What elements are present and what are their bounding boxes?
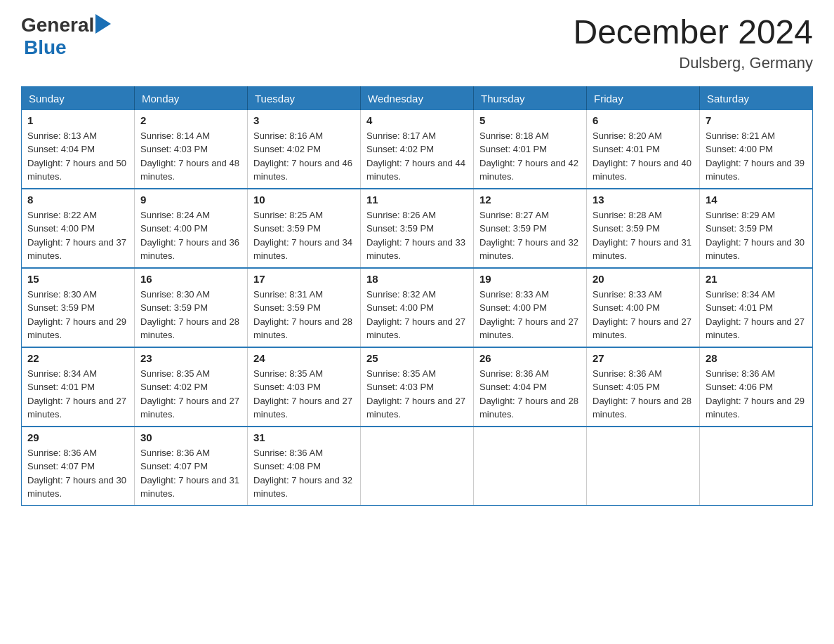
sunrise-label: Sunrise: 8:34 AM xyxy=(706,289,775,300)
sunset-label: Sunset: 4:05 PM xyxy=(593,382,660,392)
day-number: 8 xyxy=(27,194,128,206)
sunset-label: Sunset: 3:59 PM xyxy=(253,223,321,234)
day-info: Sunrise: 8:24 AM Sunset: 4:00 PM Dayligh… xyxy=(140,208,241,263)
table-row: 10 Sunrise: 8:25 AM Sunset: 3:59 PM Dayl… xyxy=(248,189,361,268)
daylight-label: Daylight: 7 hours and 48 minutes. xyxy=(140,158,239,182)
sunrise-label: Sunrise: 8:18 AM xyxy=(479,130,549,141)
header-friday: Friday xyxy=(587,86,700,110)
table-row: 21 Sunrise: 8:34 AM Sunset: 4:01 PM Dayl… xyxy=(700,268,813,347)
day-info: Sunrise: 8:25 AM Sunset: 3:59 PM Dayligh… xyxy=(253,208,355,263)
table-row: 3 Sunrise: 8:16 AM Sunset: 4:02 PM Dayli… xyxy=(248,110,361,189)
sunrise-label: Sunrise: 8:24 AM xyxy=(140,210,210,220)
table-row: 16 Sunrise: 8:30 AM Sunset: 3:59 PM Dayl… xyxy=(135,268,248,347)
sunset-label: Sunset: 3:59 PM xyxy=(479,223,547,234)
table-row: 6 Sunrise: 8:20 AM Sunset: 4:01 PM Dayli… xyxy=(587,110,700,189)
table-row: 27 Sunrise: 8:36 AM Sunset: 4:05 PM Dayl… xyxy=(587,347,700,427)
day-info: Sunrise: 8:30 AM Sunset: 3:59 PM Dayligh… xyxy=(27,288,128,342)
daylight-label: Daylight: 7 hours and 28 minutes. xyxy=(140,316,239,341)
table-row: 12 Sunrise: 8:27 AM Sunset: 3:59 PM Dayl… xyxy=(474,189,587,268)
day-info: Sunrise: 8:27 AM Sunset: 3:59 PM Dayligh… xyxy=(479,208,581,263)
sunrise-label: Sunrise: 8:20 AM xyxy=(593,130,662,141)
sunset-label: Sunset: 4:02 PM xyxy=(253,144,321,154)
day-info: Sunrise: 8:34 AM Sunset: 4:01 PM Dayligh… xyxy=(27,367,128,422)
table-row: 1 Sunrise: 8:13 AM Sunset: 4:04 PM Dayli… xyxy=(22,110,135,189)
calendar-week-row: 22 Sunrise: 8:34 AM Sunset: 4:01 PM Dayl… xyxy=(22,347,813,427)
day-number: 7 xyxy=(706,114,807,126)
svg-marker-0 xyxy=(95,14,111,34)
sunset-label: Sunset: 4:03 PM xyxy=(140,144,208,154)
table-row: 19 Sunrise: 8:33 AM Sunset: 4:00 PM Dayl… xyxy=(474,268,587,347)
daylight-label: Daylight: 7 hours and 44 minutes. xyxy=(366,158,465,182)
day-number: 14 xyxy=(706,194,807,206)
daylight-label: Daylight: 7 hours and 50 minutes. xyxy=(27,158,126,182)
daylight-label: Daylight: 7 hours and 40 minutes. xyxy=(593,158,691,182)
day-number: 21 xyxy=(706,273,807,285)
daylight-label: Daylight: 7 hours and 27 minutes. xyxy=(27,396,126,420)
header: General Blue December 2024 Dulsberg, Ger… xyxy=(21,14,813,72)
sunset-label: Sunset: 4:03 PM xyxy=(366,382,434,392)
calendar-week-row: 1 Sunrise: 8:13 AM Sunset: 4:04 PM Dayli… xyxy=(22,110,813,189)
sunset-label: Sunset: 4:06 PM xyxy=(706,382,773,392)
table-row: 17 Sunrise: 8:31 AM Sunset: 3:59 PM Dayl… xyxy=(248,268,361,347)
day-info: Sunrise: 8:36 AM Sunset: 4:04 PM Dayligh… xyxy=(479,367,581,422)
day-info: Sunrise: 8:26 AM Sunset: 3:59 PM Dayligh… xyxy=(366,208,468,263)
sunrise-label: Sunrise: 8:35 AM xyxy=(366,368,436,379)
logo-triangle-icon xyxy=(95,14,111,34)
sunset-label: Sunset: 4:00 PM xyxy=(593,302,660,313)
day-number: 1 xyxy=(27,114,128,126)
day-number: 5 xyxy=(479,114,581,126)
logo-blue: Blue xyxy=(24,36,67,59)
calendar-week-row: 29 Sunrise: 8:36 AM Sunset: 4:07 PM Dayl… xyxy=(22,427,813,506)
sunrise-label: Sunrise: 8:33 AM xyxy=(593,289,662,300)
sunset-label: Sunset: 4:01 PM xyxy=(706,302,773,313)
day-info: Sunrise: 8:35 AM Sunset: 4:02 PM Dayligh… xyxy=(140,367,241,422)
sunset-label: Sunset: 4:08 PM xyxy=(253,461,321,471)
sunrise-label: Sunrise: 8:29 AM xyxy=(706,210,775,220)
sunset-label: Sunset: 3:59 PM xyxy=(706,223,773,234)
day-info: Sunrise: 8:31 AM Sunset: 3:59 PM Dayligh… xyxy=(253,288,355,342)
sunrise-label: Sunrise: 8:34 AM xyxy=(27,368,97,379)
header-tuesday: Tuesday xyxy=(248,86,361,110)
daylight-label: Daylight: 7 hours and 31 minutes. xyxy=(140,475,239,499)
day-number: 27 xyxy=(593,352,694,364)
header-saturday: Saturday xyxy=(700,86,813,110)
daylight-label: Daylight: 7 hours and 31 minutes. xyxy=(593,237,691,262)
sunset-label: Sunset: 4:01 PM xyxy=(593,144,660,154)
daylight-label: Daylight: 7 hours and 28 minutes. xyxy=(253,316,352,341)
sunset-label: Sunset: 4:02 PM xyxy=(366,144,434,154)
day-info: Sunrise: 8:35 AM Sunset: 4:03 PM Dayligh… xyxy=(253,367,355,422)
day-number: 9 xyxy=(140,194,241,206)
sunset-label: Sunset: 4:00 PM xyxy=(27,223,95,234)
sunset-label: Sunset: 3:59 PM xyxy=(27,302,95,313)
sunrise-label: Sunrise: 8:14 AM xyxy=(140,130,210,141)
sunrise-label: Sunrise: 8:35 AM xyxy=(253,368,323,379)
daylight-label: Daylight: 7 hours and 27 minutes. xyxy=(479,316,578,341)
day-number: 16 xyxy=(140,273,241,285)
sunrise-label: Sunrise: 8:27 AM xyxy=(479,210,549,220)
table-row: 22 Sunrise: 8:34 AM Sunset: 4:01 PM Dayl… xyxy=(22,347,135,427)
sunrise-label: Sunrise: 8:31 AM xyxy=(253,289,323,300)
sunrise-label: Sunrise: 8:21 AM xyxy=(706,130,775,141)
title-area: December 2024 Dulsberg, Germany xyxy=(573,14,813,72)
sunrise-label: Sunrise: 8:36 AM xyxy=(140,448,210,458)
table-row: 20 Sunrise: 8:33 AM Sunset: 4:00 PM Dayl… xyxy=(587,268,700,347)
table-row: 15 Sunrise: 8:30 AM Sunset: 3:59 PM Dayl… xyxy=(22,268,135,347)
daylight-label: Daylight: 7 hours and 27 minutes. xyxy=(593,316,691,341)
daylight-label: Daylight: 7 hours and 27 minutes. xyxy=(366,396,465,420)
table-row: 26 Sunrise: 8:36 AM Sunset: 4:04 PM Dayl… xyxy=(474,347,587,427)
day-info: Sunrise: 8:36 AM Sunset: 4:06 PM Dayligh… xyxy=(706,367,807,422)
table-row: 31 Sunrise: 8:36 AM Sunset: 4:08 PM Dayl… xyxy=(248,427,361,506)
sunrise-label: Sunrise: 8:32 AM xyxy=(366,289,436,300)
day-number: 17 xyxy=(253,273,355,285)
table-row: 30 Sunrise: 8:36 AM Sunset: 4:07 PM Dayl… xyxy=(135,427,248,506)
sunrise-label: Sunrise: 8:36 AM xyxy=(706,368,775,379)
day-info: Sunrise: 8:36 AM Sunset: 4:07 PM Dayligh… xyxy=(140,446,241,501)
day-info: Sunrise: 8:28 AM Sunset: 3:59 PM Dayligh… xyxy=(593,208,694,263)
calendar-week-row: 15 Sunrise: 8:30 AM Sunset: 3:59 PM Dayl… xyxy=(22,268,813,347)
day-number: 26 xyxy=(479,352,581,364)
day-info: Sunrise: 8:29 AM Sunset: 3:59 PM Dayligh… xyxy=(706,208,807,263)
day-number: 24 xyxy=(253,352,355,364)
daylight-label: Daylight: 7 hours and 27 minutes. xyxy=(706,316,805,341)
location-subtitle: Dulsberg, Germany xyxy=(573,54,813,72)
day-number: 18 xyxy=(366,273,468,285)
